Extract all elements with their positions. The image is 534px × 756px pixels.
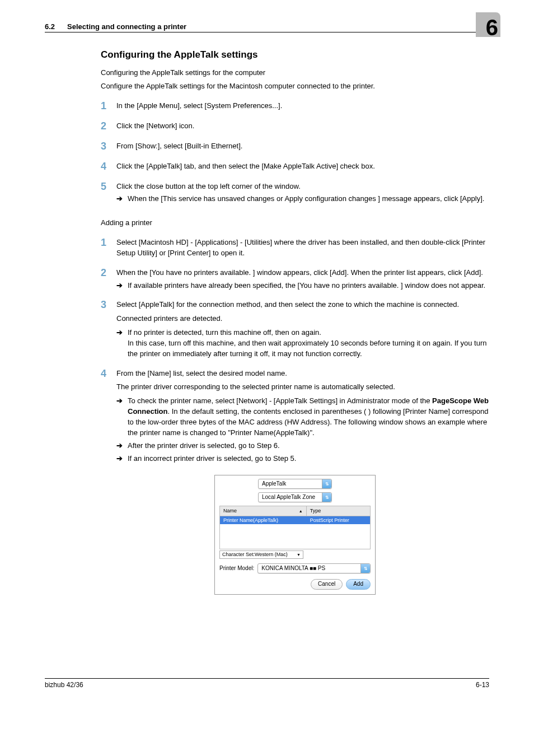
step-text: Connected printers are detected. (116, 314, 489, 324)
step-number: 4 (101, 368, 116, 464)
sub-item: ➔ After the printer driver is selected, … (116, 441, 489, 451)
printer-model-label: Printer Model: (219, 564, 254, 573)
step-number: 5 (101, 181, 116, 205)
intro-sub: Configuring the AppleTalk settings for t… (101, 68, 489, 78)
arrow-icon: ➔ (116, 396, 128, 438)
printer-list-header: Name ▲ Type (219, 506, 371, 516)
connection-method-select[interactable]: AppleTalk ⇅ (258, 479, 332, 489)
step: 2 When the [You have no printers availab… (101, 268, 489, 291)
step: 3 Select [AppleTalk] for the connection … (101, 300, 489, 359)
section-number: 6.2 (45, 22, 55, 31)
section-title: Selecting and connecting a printer (67, 22, 489, 31)
arrow-icon: ➔ (116, 281, 128, 291)
step: 1 In the [Apple Menu], select [System Pr… (101, 101, 489, 112)
step: 1 Select [Macintosh HD] - [Applications]… (101, 237, 489, 259)
sub-text: If available printers have already been … (128, 281, 489, 291)
dropdown-arrow-icon: ▼ (297, 552, 301, 558)
arrow-icon: ➔ (116, 194, 128, 204)
select-label: Local AppleTalk Zone (259, 493, 322, 502)
arrow-icon: ➔ (116, 454, 128, 464)
step: 4 Click the [AppleTalk] tab, and then se… (101, 161, 489, 172)
sub-text: After the printer driver is selected, go… (128, 441, 489, 451)
dropdown-arrow-icon: ⇅ (322, 493, 331, 502)
sub-item: ➔ If available printers have already bee… (116, 281, 489, 291)
column-name: Name (223, 507, 237, 515)
step: 3 From [Show:], select [Built-in Etherne… (101, 141, 489, 152)
sub-text: If an incorrect printer driver is select… (128, 454, 489, 464)
running-header: 6.2 Selecting and connecting a printer (45, 22, 489, 32)
intro-text: Configure the AppleTalk settings for the… (101, 81, 489, 92)
footer-model: bizhub 42/36 (45, 681, 83, 689)
step: 5 Click the close button at the top left… (101, 181, 489, 205)
step-text: Select [AppleTalk] for the connection me… (116, 300, 489, 310)
arrow-icon: ➔ (116, 441, 128, 451)
sub-text: In this case, turn off this machine, and… (128, 339, 486, 358)
sub-text: To check the printer name, select [Netwo… (128, 396, 489, 438)
printer-type: PostScript Printer (307, 517, 370, 524)
select-label: AppleTalk (259, 480, 322, 488)
step-number: 4 (101, 161, 116, 172)
printer-name: Printer Name(AppleTalk) (220, 517, 307, 524)
step-number: 2 (101, 121, 116, 132)
list-item[interactable]: Printer Name(AppleTalk) PostScript Print… (220, 516, 370, 524)
step: 2 Click the [Network] icon. (101, 121, 489, 132)
cancel-button[interactable]: Cancel (311, 579, 343, 590)
charset-label: Character Set:Western (Mac) (222, 551, 288, 558)
add-button[interactable]: Add (346, 579, 371, 590)
step-number: 3 (101, 141, 116, 152)
step-number: 3 (101, 300, 116, 359)
charset-select[interactable]: Character Set:Western (Mac) ▼ (219, 550, 303, 559)
page-footer: bizhub 42/36 6-13 (45, 678, 489, 689)
printer-model-select[interactable]: KONICA MINOLTA ■■ PS ⇅ (257, 563, 371, 573)
step-text: From the [Name] list, select the desired… (116, 368, 489, 379)
arrow-icon: ➔ (116, 328, 128, 360)
step-text: When the [You have no printers available… (116, 268, 489, 278)
sub-item: ➔ To check the printer name, select [Net… (116, 396, 489, 438)
printer-browser-screenshot: AppleTalk ⇅ Local AppleTalk Zone ⇅ Name … (214, 475, 376, 595)
sub-text: When the [This service has unsaved chang… (128, 194, 489, 204)
step-text: From [Show:], select [Built-in Ethernet]… (116, 141, 489, 152)
heading-configuring-appletalk: Configuring the AppleTalk settings (101, 48, 489, 62)
step-text: Click the [Network] icon. (116, 121, 489, 132)
step-text: Click the close button at the top left c… (116, 181, 489, 192)
step-number: 1 (101, 237, 116, 259)
sub-item: ➔ If an incorrect printer driver is sele… (116, 454, 489, 464)
step-text: Select [Macintosh HD] - [Applications] -… (116, 237, 489, 259)
step-text: Click the [AppleTalk] tab, and then sele… (116, 161, 489, 172)
chapter-badge: 6 (476, 12, 500, 37)
footer-page-number: 6-13 (476, 681, 489, 689)
zone-select[interactable]: Local AppleTalk Zone ⇅ (258, 492, 332, 502)
printer-list[interactable]: Printer Name(AppleTalk) PostScript Print… (219, 516, 371, 549)
sub-item: ➔ When the [This service has unsaved cha… (116, 194, 489, 204)
sub-item: ➔ If no printer is detected, turn this m… (116, 328, 489, 360)
sort-asc-icon: ▲ (299, 508, 303, 514)
step-number: 2 (101, 268, 116, 291)
step-text: In the [Apple Menu], select [System Pref… (116, 101, 489, 112)
step-text: The printer driver corresponding to the … (116, 382, 489, 393)
dropdown-arrow-icon: ⇅ (360, 564, 370, 573)
select-label: KONICA MINOLTA ■■ PS (258, 564, 360, 573)
column-type: Type (307, 506, 370, 516)
step-number: 1 (101, 101, 116, 112)
sub-text: If no printer is detected, turn this mac… (128, 328, 321, 337)
subheading-adding-printer: Adding a printer (101, 218, 489, 228)
dropdown-arrow-icon: ⇅ (322, 479, 331, 488)
step: 4 From the [Name] list, select the desir… (101, 368, 489, 464)
